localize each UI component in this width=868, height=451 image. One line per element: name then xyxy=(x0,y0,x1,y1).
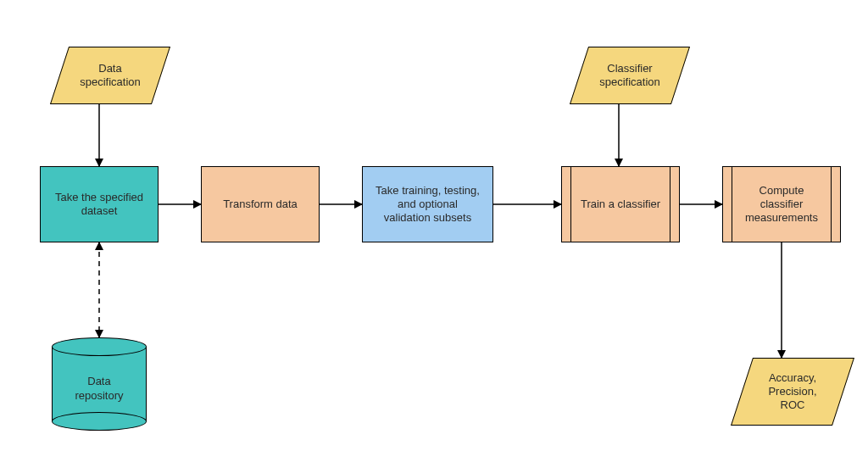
node-label: Data specification xyxy=(80,62,141,90)
node-label: Train a classifier xyxy=(581,198,660,211)
node-data-repository: Data repository xyxy=(52,337,147,431)
node-take-subsets: Take training, testing, and optional val… xyxy=(362,166,493,242)
node-train-classifier: Train a classifier xyxy=(561,166,680,242)
node-label: Transform data xyxy=(223,198,298,211)
node-label: Take the specified dataset xyxy=(55,191,143,219)
node-label: Accuracy, Precision, ROC xyxy=(768,371,816,413)
node-label: Compute classifier measurements xyxy=(745,184,818,226)
node-label: Data repository xyxy=(75,375,123,403)
node-compute-measurements: Compute classifier measurements xyxy=(722,166,841,242)
node-label: Take training, testing, and optional val… xyxy=(376,184,480,226)
node-data-specification: Data specification xyxy=(59,47,161,104)
flow-diagram: Data specification Classifier specificat… xyxy=(0,0,868,451)
node-label: Classifier specification xyxy=(599,62,660,90)
node-classifier-specification: Classifier specification xyxy=(579,47,681,104)
node-transform-data: Transform data xyxy=(201,166,320,242)
node-metrics: Accuracy, Precision, ROC xyxy=(742,358,843,426)
node-take-dataset: Take the specified dataset xyxy=(40,166,159,242)
